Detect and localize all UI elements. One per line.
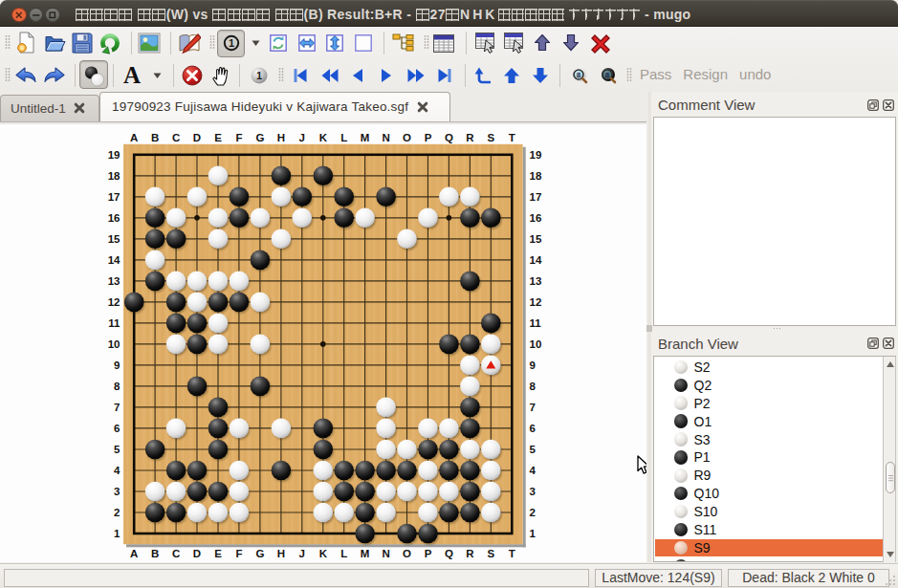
svg-text:10: 10 (108, 338, 120, 350)
svg-text:Q: Q (445, 548, 453, 559)
svg-text:3: 3 (114, 486, 120, 497)
svg-text:11: 11 (530, 317, 542, 329)
svg-text:6: 6 (114, 423, 120, 434)
svg-text:13: 13 (108, 275, 120, 287)
svg-text:14: 14 (108, 254, 120, 266)
svg-text:K: K (319, 132, 328, 143)
svg-text:L: L (340, 548, 347, 559)
svg-text:P: P (425, 548, 432, 559)
svg-text:8: 8 (577, 71, 581, 79)
svg-text:M: M (361, 548, 370, 559)
svg-text:E: E (214, 548, 222, 559)
svg-text:2: 2 (114, 507, 120, 518)
svg-text:O: O (403, 132, 411, 143)
svg-text:G: G (255, 548, 264, 559)
svg-text:H: H (277, 548, 285, 559)
svg-text:B: B (151, 132, 159, 143)
svg-text:14: 14 (530, 254, 542, 266)
svg-text:1: 1 (228, 37, 233, 49)
svg-text:1: 1 (114, 528, 120, 539)
svg-text:9: 9 (530, 359, 536, 371)
svg-text:5: 5 (114, 444, 120, 455)
svg-text:R: R (466, 548, 474, 559)
svg-text:J: J (299, 132, 305, 143)
svg-text:P: P (425, 132, 432, 143)
svg-text:15: 15 (108, 233, 120, 245)
svg-text:M: M (361, 132, 370, 143)
svg-text:8: 8 (114, 381, 120, 392)
svg-text:C: C (172, 548, 180, 559)
svg-text:19: 19 (108, 149, 120, 161)
svg-text:11: 11 (108, 317, 120, 329)
svg-text:R: R (466, 132, 474, 143)
svg-text:A: A (130, 132, 138, 143)
svg-text:K: K (319, 548, 328, 559)
svg-text:4: 4 (114, 465, 120, 476)
svg-text:J: J (299, 548, 305, 559)
svg-text:13: 13 (530, 275, 542, 287)
svg-text:N: N (382, 132, 389, 143)
svg-text:N: N (382, 548, 389, 559)
svg-text:1: 1 (255, 70, 261, 81)
svg-text:12: 12 (530, 296, 542, 308)
svg-text:16: 16 (530, 212, 542, 224)
svg-text:L: L (340, 132, 347, 143)
svg-text:D: D (193, 548, 201, 559)
svg-text:15: 15 (530, 233, 542, 245)
svg-text:C: C (172, 132, 180, 143)
svg-text:4: 4 (530, 465, 537, 476)
svg-text:D: D (193, 132, 201, 143)
svg-text:Q: Q (445, 132, 453, 143)
svg-text:7: 7 (114, 402, 120, 413)
svg-text:2: 2 (530, 507, 536, 518)
svg-text:17: 17 (108, 191, 120, 203)
svg-text:F: F (235, 548, 242, 559)
svg-text:1: 1 (530, 528, 537, 539)
svg-text:9: 9 (114, 359, 120, 371)
svg-text:16: 16 (108, 212, 120, 224)
svg-text:18: 18 (108, 170, 120, 182)
svg-text:T: T (509, 548, 515, 559)
svg-text:S: S (487, 132, 494, 143)
svg-text:10: 10 (530, 338, 542, 350)
svg-text:T: T (509, 132, 515, 143)
svg-text:G: G (255, 132, 264, 143)
svg-text:5: 5 (530, 444, 537, 455)
svg-text:6: 6 (530, 423, 536, 434)
svg-text:A: A (130, 548, 138, 559)
svg-text:18: 18 (530, 170, 542, 182)
svg-text:8: 8 (530, 381, 537, 392)
svg-text:F: F (235, 132, 242, 143)
svg-text:19: 19 (530, 149, 542, 161)
svg-text:3: 3 (530, 486, 536, 497)
svg-text:7: 7 (530, 402, 536, 413)
svg-text:S: S (487, 548, 494, 559)
svg-text:B: B (151, 548, 159, 559)
svg-text:H: H (277, 132, 285, 143)
svg-text:E: E (214, 132, 222, 143)
svg-text:8: 8 (604, 71, 609, 79)
svg-text:O: O (403, 548, 411, 559)
svg-text:17: 17 (530, 191, 542, 203)
svg-text:12: 12 (108, 296, 120, 308)
